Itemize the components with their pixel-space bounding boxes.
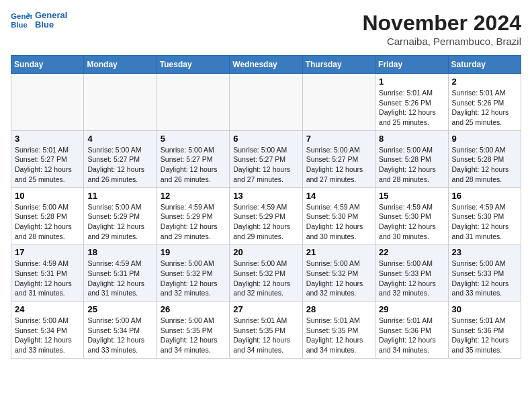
- day-info: Sunrise: 5:00 AM Sunset: 5:32 PM Dayligh…: [233, 259, 298, 298]
- day-info: Sunrise: 5:00 AM Sunset: 5:32 PM Dayligh…: [161, 259, 226, 298]
- calendar-cell: 24Sunrise: 5:00 AM Sunset: 5:34 PM Dayli…: [11, 302, 84, 359]
- calendar-cell: 21Sunrise: 5:00 AM Sunset: 5:32 PM Dayli…: [302, 244, 375, 302]
- day-info: Sunrise: 5:01 AM Sunset: 5:36 PM Dayligh…: [379, 316, 444, 355]
- day-info: Sunrise: 5:00 AM Sunset: 5:29 PM Dayligh…: [87, 202, 152, 242]
- calendar-cell: 3Sunrise: 5:01 AM Sunset: 5:27 PM Daylig…: [11, 130, 84, 187]
- day-number: 17: [15, 247, 80, 257]
- day-info: Sunrise: 4:59 AM Sunset: 5:30 PM Dayligh…: [452, 202, 517, 242]
- calendar-cell: 8Sunrise: 5:00 AM Sunset: 5:28 PM Daylig…: [375, 130, 448, 187]
- day-info: Sunrise: 4:59 AM Sunset: 5:30 PM Dayligh…: [306, 202, 371, 242]
- day-info: Sunrise: 5:01 AM Sunset: 5:26 PM Dayligh…: [452, 88, 517, 128]
- calendar-cell: 13Sunrise: 4:59 AM Sunset: 5:29 PM Dayli…: [230, 187, 302, 244]
- day-info: Sunrise: 5:00 AM Sunset: 5:35 PM Dayligh…: [161, 316, 226, 355]
- calendar-cell: 22Sunrise: 5:00 AM Sunset: 5:33 PM Dayli…: [375, 244, 448, 302]
- calendar-cell: 12Sunrise: 4:59 AM Sunset: 5:29 PM Dayli…: [157, 187, 229, 244]
- day-info: Sunrise: 5:01 AM Sunset: 5:26 PM Dayligh…: [379, 88, 444, 128]
- day-info: Sunrise: 5:01 AM Sunset: 5:35 PM Dayligh…: [233, 316, 298, 355]
- calendar-cell: 20Sunrise: 5:00 AM Sunset: 5:32 PM Dayli…: [230, 244, 302, 302]
- calendar-cell: 2Sunrise: 5:01 AM Sunset: 5:26 PM Daylig…: [448, 74, 521, 131]
- day-info: Sunrise: 5:01 AM Sunset: 5:36 PM Dayligh…: [452, 316, 517, 355]
- calendar-cell: [11, 74, 84, 131]
- day-number: 21: [306, 247, 371, 257]
- weekday-header-row: SundayMondayTuesdayWednesdayThursdayFrid…: [11, 56, 521, 74]
- weekday-header-friday: Friday: [375, 56, 448, 74]
- day-number: 18: [87, 247, 152, 257]
- calendar-cell: 4Sunrise: 5:00 AM Sunset: 5:27 PM Daylig…: [84, 130, 157, 187]
- day-number: 24: [15, 304, 80, 314]
- calendar-table: SundayMondayTuesdayWednesdayThursdayFrid…: [11, 55, 521, 359]
- calendar-cell: 10Sunrise: 5:00 AM Sunset: 5:28 PM Dayli…: [11, 187, 84, 244]
- weekday-header-tuesday: Tuesday: [157, 56, 229, 74]
- day-info: Sunrise: 4:59 AM Sunset: 5:30 PM Dayligh…: [379, 202, 444, 242]
- calendar-cell: 14Sunrise: 4:59 AM Sunset: 5:30 PM Dayli…: [302, 187, 375, 244]
- weekday-header-sunday: Sunday: [11, 56, 84, 74]
- title-block: November 2024 Carnaiba, Pernambuco, Braz…: [362, 11, 521, 47]
- day-info: Sunrise: 4:59 AM Sunset: 5:31 PM Dayligh…: [15, 259, 80, 298]
- day-number: 15: [379, 191, 444, 201]
- calendar-cell: 30Sunrise: 5:01 AM Sunset: 5:36 PM Dayli…: [448, 302, 521, 359]
- calendar-cell: 11Sunrise: 5:00 AM Sunset: 5:29 PM Dayli…: [84, 187, 157, 244]
- calendar-week-2: 3Sunrise: 5:01 AM Sunset: 5:27 PM Daylig…: [11, 130, 521, 187]
- day-number: 3: [15, 134, 80, 144]
- day-number: 30: [452, 304, 517, 314]
- day-info: Sunrise: 4:59 AM Sunset: 5:29 PM Dayligh…: [161, 202, 226, 242]
- day-info: Sunrise: 4:59 AM Sunset: 5:31 PM Dayligh…: [87, 259, 152, 298]
- day-number: 9: [452, 134, 517, 144]
- day-number: 20: [233, 247, 298, 257]
- calendar-cell: 26Sunrise: 5:00 AM Sunset: 5:35 PM Dayli…: [157, 302, 229, 359]
- day-number: 13: [233, 191, 298, 201]
- calendar-cell: [230, 74, 302, 131]
- day-number: 16: [452, 191, 517, 201]
- calendar-cell: 1Sunrise: 5:01 AM Sunset: 5:26 PM Daylig…: [375, 74, 448, 131]
- day-number: 25: [87, 304, 152, 314]
- calendar-cell: 6Sunrise: 5:00 AM Sunset: 5:27 PM Daylig…: [230, 130, 302, 187]
- day-info: Sunrise: 5:00 AM Sunset: 5:34 PM Dayligh…: [15, 316, 80, 355]
- day-number: 28: [306, 304, 371, 314]
- svg-text:Blue: Blue: [11, 21, 28, 29]
- day-info: Sunrise: 5:00 AM Sunset: 5:27 PM Dayligh…: [87, 145, 152, 185]
- day-number: 22: [379, 247, 444, 257]
- day-info: Sunrise: 5:00 AM Sunset: 5:34 PM Dayligh…: [87, 316, 152, 355]
- day-number: 10: [15, 191, 80, 201]
- day-number: 5: [161, 134, 226, 144]
- day-number: 23: [452, 247, 517, 257]
- calendar-cell: 25Sunrise: 5:00 AM Sunset: 5:34 PM Dayli…: [84, 302, 157, 359]
- calendar-cell: 9Sunrise: 5:00 AM Sunset: 5:28 PM Daylig…: [448, 130, 521, 187]
- day-number: 7: [306, 134, 371, 144]
- calendar-week-4: 17Sunrise: 4:59 AM Sunset: 5:31 PM Dayli…: [11, 244, 521, 302]
- weekday-header-wednesday: Wednesday: [230, 56, 302, 74]
- calendar-cell: [157, 74, 229, 131]
- day-number: 29: [379, 304, 444, 314]
- day-info: Sunrise: 5:01 AM Sunset: 5:27 PM Dayligh…: [15, 145, 80, 185]
- calendar-week-3: 10Sunrise: 5:00 AM Sunset: 5:28 PM Dayli…: [11, 187, 521, 244]
- day-number: 12: [161, 191, 226, 201]
- day-info: Sunrise: 5:01 AM Sunset: 5:35 PM Dayligh…: [306, 316, 371, 355]
- day-info: Sunrise: 4:59 AM Sunset: 5:29 PM Dayligh…: [233, 202, 298, 242]
- weekday-header-monday: Monday: [84, 56, 157, 74]
- month-title: November 2024: [362, 11, 521, 36]
- calendar-cell: 19Sunrise: 5:00 AM Sunset: 5:32 PM Dayli…: [157, 244, 229, 302]
- day-number: 2: [452, 77, 517, 87]
- location-subtitle: Carnaiba, Pernambuco, Brazil: [362, 36, 521, 47]
- calendar-cell: 16Sunrise: 4:59 AM Sunset: 5:30 PM Dayli…: [448, 187, 521, 244]
- calendar-cell: 23Sunrise: 5:00 AM Sunset: 5:33 PM Dayli…: [448, 244, 521, 302]
- logo-icon: General Blue: [11, 11, 32, 30]
- day-info: Sunrise: 5:00 AM Sunset: 5:28 PM Dayligh…: [452, 145, 517, 185]
- day-info: Sunrise: 5:00 AM Sunset: 5:27 PM Dayligh…: [233, 145, 298, 185]
- day-number: 14: [306, 191, 371, 201]
- calendar-cell: 18Sunrise: 4:59 AM Sunset: 5:31 PM Dayli…: [84, 244, 157, 302]
- day-info: Sunrise: 5:00 AM Sunset: 5:28 PM Dayligh…: [379, 145, 444, 185]
- calendar-cell: 15Sunrise: 4:59 AM Sunset: 5:30 PM Dayli…: [375, 187, 448, 244]
- calendar-week-1: 1Sunrise: 5:01 AM Sunset: 5:26 PM Daylig…: [11, 74, 521, 131]
- page-header: General Blue General Blue November 2024 …: [11, 11, 521, 47]
- calendar-cell: [302, 74, 375, 131]
- day-number: 4: [87, 134, 152, 144]
- day-info: Sunrise: 5:00 AM Sunset: 5:27 PM Dayligh…: [161, 145, 226, 185]
- day-number: 19: [161, 247, 226, 257]
- day-number: 8: [379, 134, 444, 144]
- day-number: 27: [233, 304, 298, 314]
- calendar-cell: 28Sunrise: 5:01 AM Sunset: 5:35 PM Dayli…: [302, 302, 375, 359]
- logo-line1: General: [35, 11, 67, 20]
- calendar-cell: [84, 74, 157, 131]
- logo: General Blue General Blue: [11, 11, 67, 30]
